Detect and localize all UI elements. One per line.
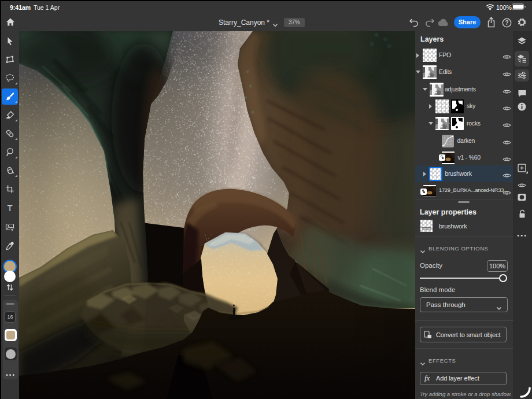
svg-text:?: ?	[505, 20, 508, 26]
svg-text:T: T	[7, 203, 12, 213]
